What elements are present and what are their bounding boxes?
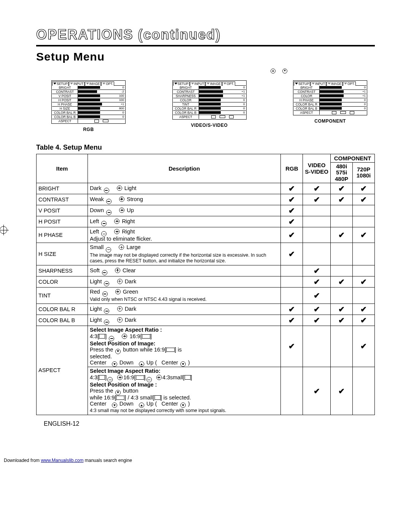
check-cell: ✔ [281, 205, 303, 216]
panel-row: H PHASE+1 [52, 102, 125, 106]
desc-cell: Light Dark [88, 315, 281, 326]
down-icon [180, 403, 186, 408]
item-cell: TINT [37, 287, 88, 304]
table-row: COLOR BAL R Light Dark ✔ ✔ ✔ ✔ [37, 304, 375, 315]
panel-row: SHARPNESS+1 [173, 94, 246, 98]
panel-row: H PHASE0 [294, 98, 366, 102]
desc-cell: Red GreenValid only when NTSC or NTSC 4.… [88, 287, 281, 304]
tab: IMAGE [206, 81, 221, 86]
check-cell: ✔ [331, 315, 353, 326]
aspect-169-icon [142, 334, 150, 339]
plus-icon [117, 279, 123, 284]
plus-icon [114, 219, 119, 224]
panel-row: COLOR+1 [294, 94, 366, 98]
check-cell: ✔ [303, 287, 331, 304]
th-720: 720P 1080i [353, 162, 375, 183]
panel-tabs: SETUP INPUT IMAGE OPT. [294, 81, 366, 85]
check-cell: ✔ [353, 227, 375, 243]
check-cell [331, 243, 353, 265]
plus-icon [117, 375, 123, 380]
tab: INPUT [190, 81, 206, 86]
footer: Downloaded from www.Manualslib.com manua… [0, 458, 411, 463]
panel-row: COLOR BAL R0 [294, 102, 366, 106]
section-title: Setup Menu [36, 50, 375, 63]
check-cell: ✔ [303, 315, 331, 326]
aspect-43-icon [211, 115, 216, 118]
aspect-169-icon [103, 120, 108, 122]
tab: OPT. [101, 81, 114, 86]
desc-cell: Small LargeThe image may not be displaye… [88, 243, 281, 265]
item-cell: CONTRAST [37, 194, 88, 205]
panel-row: COLOR0 [173, 98, 246, 102]
check-cell: ✔ [353, 183, 375, 194]
check-cell [303, 243, 331, 265]
plus-icon [119, 208, 124, 213]
check-cell: ✔ [303, 194, 331, 205]
th-video: VIDEO S-VIDEO [303, 154, 331, 183]
aspect-169-icon [136, 375, 144, 380]
check-cell [331, 205, 353, 216]
panel-video: SETUP INPUT IMAGE OPT. BRIGHT0CONTRAST+1… [172, 80, 247, 132]
tab: IMAGE [327, 81, 342, 86]
aspect-43-icon [332, 111, 336, 114]
down-icon [112, 361, 117, 367]
check-cell: ✔ [353, 194, 375, 205]
check-cell [353, 287, 375, 304]
panel-row: COLOR BAL R0 [52, 110, 125, 115]
check-cell: ✔ [303, 265, 331, 276]
table-row: H PHASE Left RightAdjust to eliminate fl… [37, 227, 375, 243]
panel-component: SETUP INPUT IMAGE OPT. BRIGHT0CONTRAST+1… [293, 80, 367, 132]
tab: SETUP [52, 81, 68, 86]
down-icon [115, 390, 121, 395]
check-cell [331, 265, 353, 276]
check-cell: ✔ [281, 304, 303, 315]
check-cell: ✔ [353, 326, 375, 367]
setup-table: Item Description RGB VIDEO S-VIDEO COMPO… [36, 154, 375, 415]
panel-tabs: SETUP INPUT IMAGE OPT. [52, 81, 125, 85]
th-rgb: RGB [281, 154, 303, 183]
up-icon [139, 361, 144, 367]
down-icon [115, 349, 121, 354]
plus-icon [119, 197, 124, 202]
check-cell: ✔ [353, 304, 375, 315]
desc-cell: Soft Clear [88, 265, 281, 276]
up-icon [139, 403, 144, 408]
desc-cell: Down Up [88, 205, 281, 216]
panel-row: H SIZE800 [52, 106, 125, 110]
table-row: H POSIT Left Right ✔ [37, 216, 375, 227]
check-cell: ✔ [331, 183, 353, 194]
check-cell: ✔ [331, 367, 353, 415]
desc-cell: Select Image Aspect Ratio: 4:3[] 16:9[] … [88, 367, 281, 415]
check-cell: ✔ [281, 243, 303, 265]
table-row: COLOR Light Dark ✔ ✔ ✔ [37, 276, 375, 287]
minus-icon [102, 291, 108, 297]
aspect-169-icon [166, 348, 175, 352]
check-cell: ✔ [303, 276, 331, 287]
check-cell [303, 227, 331, 243]
footer-text: manuals search engine [83, 458, 132, 463]
minus-icon [101, 221, 107, 226]
aspect-43small-icon [229, 115, 234, 118]
check-cell: ✔ [331, 276, 353, 287]
tab: OPT. [343, 81, 356, 86]
tab: INPUT [69, 81, 84, 86]
item-cell: COLOR BAL B [37, 315, 88, 326]
panel-row: BRIGHT0 [173, 85, 246, 89]
check-cell [281, 287, 303, 304]
check-cell: ✔ [353, 276, 375, 287]
aspect-169-icon [116, 396, 124, 400]
desc-cell: Dark Light [88, 183, 281, 194]
plus-icon [117, 306, 123, 312]
panel-row: BRIGHT0 [52, 85, 125, 89]
check-cell [303, 326, 331, 367]
footer-link[interactable]: www.Manualslib.com [41, 458, 83, 463]
panel-row: COLOR BAL B0 [294, 106, 366, 110]
desc-cell: Weak Strong [88, 194, 281, 205]
item-cell: H SIZE [37, 243, 88, 265]
aspect-43-icon [99, 334, 105, 339]
page: OPERATIONS (continued) Setup Menu ▲ ▼ SE… [0, 0, 411, 446]
item-cell: SHARPNESS [37, 265, 88, 276]
desc-cell: Light Dark [88, 276, 281, 287]
check-cell [353, 367, 375, 415]
tab: OPT. [222, 81, 235, 86]
